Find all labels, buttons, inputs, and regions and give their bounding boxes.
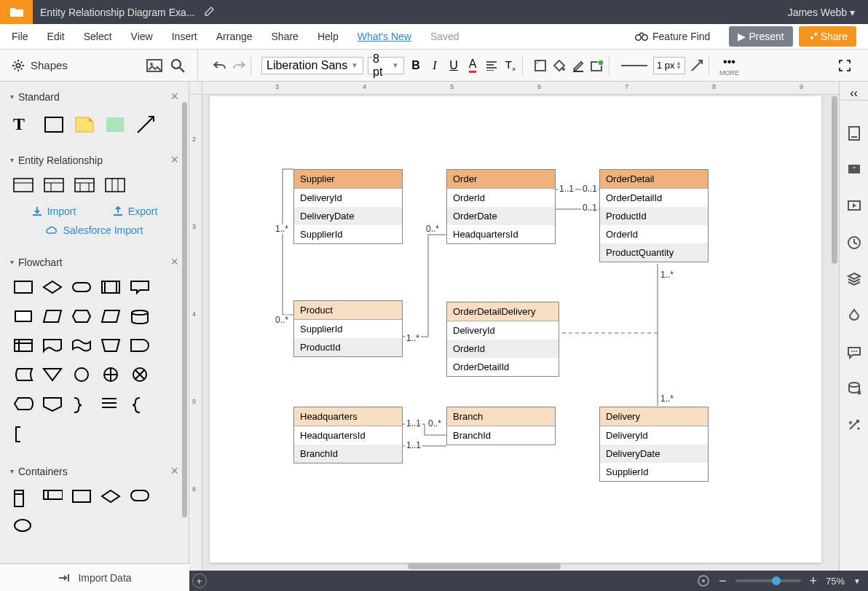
er-table4[interactable] <box>105 178 125 195</box>
cont-6[interactable] <box>13 518 33 539</box>
cont-3[interactable] <box>71 489 92 509</box>
history-icon[interactable] <box>846 235 862 251</box>
rect-shape[interactable] <box>44 114 64 135</box>
export-link[interactable]: Export <box>112 206 157 217</box>
edit-title-icon[interactable] <box>205 6 215 18</box>
fc-brace-r[interactable] <box>71 396 92 417</box>
er-table1[interactable] <box>13 178 33 195</box>
chat-icon[interactable] <box>846 344 862 360</box>
document-title[interactable]: Entity Relationship Diagram Exa... <box>33 7 194 18</box>
target-icon[interactable] <box>697 574 710 587</box>
shape-rect-icon[interactable] <box>533 58 548 73</box>
close-icon[interactable]: × <box>170 254 178 270</box>
entity-delivery[interactable]: Delivery DeliveryId DeliveryDate Supplie… <box>599 407 709 482</box>
section-standard[interactable]: ▾Standard× <box>0 82 189 111</box>
canvas-scrollbar-h[interactable] <box>408 563 561 569</box>
font-select[interactable]: Liberation Sans▼ <box>261 57 363 74</box>
menu-share[interactable]: Share <box>272 31 299 42</box>
fc-rect[interactable] <box>13 280 33 300</box>
search-icon[interactable] <box>170 58 186 74</box>
fc-bracket[interactable] <box>13 426 33 446</box>
collapse-panel-icon[interactable]: ‹‹ <box>840 86 868 101</box>
section-er[interactable]: ▾Entity Relationship× <box>0 145 189 175</box>
entity-orderdetail[interactable]: OrderDetail OrderDetailId ProductId Orde… <box>599 169 709 262</box>
clear-format-icon[interactable]: T× <box>503 58 518 73</box>
fc-para[interactable] <box>100 309 121 329</box>
align-icon[interactable] <box>484 58 499 73</box>
arrow-shape[interactable] <box>135 114 156 135</box>
menu-help[interactable]: Help <box>317 31 339 42</box>
undo-icon[interactable] <box>213 58 227 73</box>
import-link[interactable]: Import <box>31 206 76 217</box>
folder-icon[interactable] <box>0 0 33 24</box>
more-icon[interactable]: ••• <box>722 55 737 69</box>
section-containers[interactable]: ▾Containers× <box>0 456 189 486</box>
italic-icon[interactable]: I <box>427 58 442 73</box>
note-shape[interactable] <box>74 114 95 135</box>
gear-icon[interactable] <box>12 59 25 72</box>
menu-edit[interactable]: Edit <box>47 31 65 42</box>
fc-card[interactable] <box>13 309 33 329</box>
page-settings-icon[interactable] <box>846 125 862 141</box>
shape-options-icon[interactable] <box>590 58 604 73</box>
entity-headquarters[interactable]: Headquarters HeadquartersId BranchId <box>293 407 403 463</box>
fc-or[interactable] <box>100 367 121 388</box>
import-data-button[interactable]: Import Data <box>0 563 189 591</box>
bold-icon[interactable]: B <box>409 58 423 73</box>
fc-offpage[interactable] <box>42 396 63 417</box>
entity-order[interactable]: Order OrderId OrderDate HeadquartersId <box>446 169 556 244</box>
er-table2[interactable] <box>44 178 64 195</box>
entity-branch[interactable]: Branch BranchId <box>446 407 556 445</box>
section-flowchart[interactable]: ▾Flowchart× <box>0 247 189 277</box>
menu-insert[interactable]: Insert <box>172 31 197 42</box>
underline-icon[interactable]: U <box>446 58 461 73</box>
fc-brace-l[interactable] <box>130 396 150 417</box>
fc-sum[interactable] <box>130 367 150 388</box>
fc-tape[interactable] <box>71 338 92 359</box>
line-style-icon[interactable] <box>620 58 649 73</box>
fc-intern[interactable] <box>13 338 33 359</box>
present-panel-icon[interactable] <box>846 198 862 214</box>
canvas-scrollbar-v[interactable] <box>832 96 837 264</box>
entity-supplier[interactable]: Supplier DeliveryId DeliveryDate Supplie… <box>293 169 403 244</box>
menu-view[interactable]: View <box>131 31 153 42</box>
er-table3[interactable] <box>74 178 95 195</box>
fc-conn[interactable] <box>71 367 92 388</box>
cont-4[interactable] <box>100 489 121 509</box>
border-color-icon[interactable] <box>571 58 585 73</box>
close-icon[interactable]: × <box>170 152 178 168</box>
cont-2[interactable] <box>42 489 63 509</box>
present-button[interactable]: ▶ Present <box>729 26 792 47</box>
zoom-level[interactable]: 75% <box>826 576 845 587</box>
fc-delay[interactable] <box>130 338 150 359</box>
text-shape[interactable]: T <box>13 114 33 135</box>
menu-file[interactable]: File <box>12 31 28 42</box>
zoom-slider[interactable] <box>735 579 801 582</box>
share-button[interactable]: Share <box>799 26 856 47</box>
cont-1[interactable] <box>13 489 33 509</box>
page[interactable]: Supplier DeliveryId DeliveryDate Supplie… <box>210 96 821 563</box>
fc-terminator[interactable] <box>71 280 92 300</box>
entity-product[interactable]: Product SupplierId ProductId <box>293 300 403 357</box>
canvas[interactable]: 3 4 5 6 7 8 9 2 3 4 5 6 7 <box>189 82 839 571</box>
fc-predef[interactable] <box>100 280 121 300</box>
zoom-in-button[interactable]: + <box>810 574 818 589</box>
menu-whats-new[interactable]: What's New <box>358 31 411 42</box>
fc-stored[interactable] <box>13 367 33 388</box>
theme-icon[interactable] <box>846 308 862 324</box>
cont-5[interactable] <box>130 489 150 509</box>
fc-display[interactable] <box>13 396 33 417</box>
layers-icon[interactable] <box>846 271 862 287</box>
zoom-out-button[interactable]: − <box>719 574 727 589</box>
fc-doc[interactable] <box>42 338 63 359</box>
menu-select[interactable]: Select <box>84 31 112 42</box>
close-icon[interactable]: × <box>170 463 178 479</box>
fc-trap[interactable] <box>42 309 63 329</box>
comments-icon[interactable]: '' <box>846 162 862 178</box>
text-color-icon[interactable]: A <box>465 58 480 73</box>
fc-merge[interactable] <box>42 367 63 388</box>
line-arrow-icon[interactable] <box>690 58 704 73</box>
sidebar-scrollbar[interactable] <box>182 102 187 517</box>
menu-arrange[interactable]: Arrange <box>216 31 253 42</box>
fc-list[interactable] <box>100 396 121 417</box>
